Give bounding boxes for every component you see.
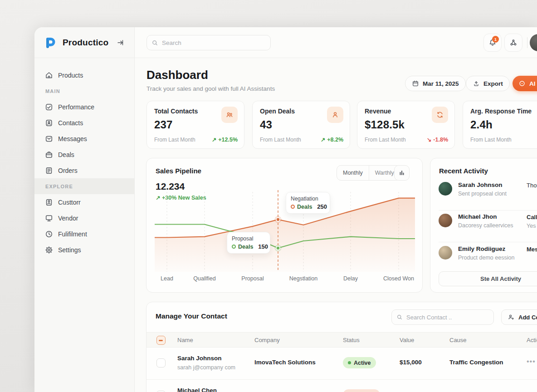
chart-type-button[interactable] [394, 165, 410, 181]
more-actions-icon[interactable]: ••• [527, 390, 536, 392]
deals-icon [45, 151, 53, 159]
activity-item[interactable]: Emily Rodiiguez Product demo eession Mes… [439, 245, 537, 269]
search-icon [396, 314, 403, 320]
more-actions-icon[interactable]: ••• [527, 358, 536, 366]
users-icon [225, 111, 234, 119]
bar-chart-icon [398, 169, 406, 177]
stat-delta: ↘-1.8% [427, 136, 448, 143]
svg-text:Lead: Lead [161, 275, 173, 282]
series-dot-icon [232, 245, 236, 249]
avatar [439, 214, 452, 227]
performance-icon [45, 103, 53, 111]
brand-name: Productico [63, 38, 114, 48]
export-button[interactable]: Export [466, 76, 510, 91]
integrations-button[interactable] [504, 34, 522, 52]
manage-contacts-card: Manage Your Contact Add Contact Name Com… [146, 302, 537, 392]
chart-tooltip-negotiation: Negatlation Deals 250 [286, 192, 330, 214]
sidebar-item-products[interactable]: Products [34, 67, 134, 83]
page-title: Dashboard [146, 68, 208, 82]
sidebar-item-orders[interactable]: Orders [34, 162, 134, 178]
divider [439, 242, 537, 242]
add-contact-button[interactable]: Add Contact [501, 309, 537, 325]
orders-icon [45, 167, 53, 175]
upload-icon [473, 80, 480, 87]
status-badge: Inactive [343, 389, 380, 392]
contact-search-input[interactable] [406, 314, 489, 321]
sales-pipeline-card: Sales Pipeline Monthly Warthly 12.234 ↗ … [146, 158, 423, 293]
pipeline-title: Sales Pipeline [156, 167, 201, 175]
trend-up-icon: ↗ [321, 136, 325, 143]
stat-delta: ↗+12.5% [212, 136, 238, 143]
sidebar-item-deals[interactable]: Deals [34, 147, 134, 162]
toggle-monthly[interactable]: Monthly [337, 166, 369, 180]
user-avatar[interactable] [530, 34, 537, 51]
sidebar-item-label: Fulifilment [58, 230, 87, 238]
avatar [439, 246, 452, 260]
network-icon [509, 39, 517, 47]
fulfilment-icon [45, 230, 53, 238]
collapse-arrow-icon [116, 39, 124, 47]
contact-search[interactable] [391, 309, 494, 325]
sidebar-item-label: Custtorr [58, 199, 81, 206]
sidebar-item-label: Performance [58, 103, 94, 111]
trend-up-icon: ↗ [212, 136, 216, 143]
calendar-icon [412, 80, 419, 87]
notifications-button[interactable]: 1 [483, 34, 502, 52]
sidebar-collapse-button[interactable] [114, 37, 126, 49]
home-icon [45, 71, 53, 79]
sidebar-item-messages[interactable]: Messages [34, 131, 134, 147]
date-label: Mar 11, 2025 [423, 80, 459, 87]
trend-down-icon: ↘ [427, 136, 431, 143]
sidebar-item-settings[interactable]: Settings [34, 242, 134, 258]
chart-tooltip-proposal: Proposal Deals 150 [227, 232, 270, 254]
status-dot-icon [348, 361, 351, 364]
sidebar-logo-row: Productico [34, 27, 134, 58]
row-checkbox[interactable] [156, 358, 166, 368]
search-icon [151, 39, 158, 46]
sales-pipeline-chart: LeadQuallfiedProposalNegstlationDelayClo… [155, 190, 415, 283]
sidebar-item-label: Settings [58, 246, 81, 254]
sidebar-item-fulfilment[interactable]: Fulifilment [34, 226, 134, 242]
notification-badge: 1 [492, 36, 499, 43]
sidebar-item-performance[interactable]: Performance [34, 99, 134, 115]
search-input[interactable] [162, 39, 266, 46]
customer-icon [45, 198, 53, 206]
sidebar-item-contacts[interactable]: Contacts [34, 115, 134, 131]
recent-activity-title: Recent Activity [439, 167, 488, 175]
see-all-activity-button[interactable]: Ste All Activity [439, 271, 537, 286]
stat-card-response-time: Arg. Response Time 2.4h From Last Month … [463, 101, 537, 149]
sidebar-item-label: Deals [58, 151, 74, 158]
activity-item[interactable]: Sarah Johnson Sent propseal clont Thou [439, 181, 537, 205]
ai-label: AI S [529, 80, 537, 87]
avatar [439, 182, 452, 196]
stat-card-revenue: Revenue $128.5k From Last Month ↘-1.8% [357, 101, 455, 149]
stat-caption: From Last Month [470, 137, 512, 143]
stat-caption: From Last Month [260, 137, 301, 143]
table-row[interactable]: Sarah Johnson sarah j@company com ImovaT… [146, 348, 537, 379]
vendor-icon [45, 214, 53, 222]
svg-text:Delay: Delay [343, 275, 358, 282]
messages-icon [45, 135, 53, 143]
svg-text:Quallfied: Quallfied [193, 275, 215, 282]
global-search[interactable] [146, 35, 271, 50]
stat-caption: From Last Month [154, 137, 195, 143]
app-window: Productico Products MAIN Performance Con… [34, 27, 537, 392]
status-badge: Active [343, 357, 376, 368]
ai-assistant-button[interactable]: AI S [513, 76, 537, 91]
dashboard-page: Dashboard Track your sales and gool with… [135, 58, 537, 392]
export-label: Export [483, 80, 503, 87]
sidebar-item-customer[interactable]: Custtorr [34, 194, 134, 210]
sidebar-nav: Products MAIN Performance Contacts Messa… [34, 58, 134, 258]
stat-card-open-deals: Open Deals 43 From Last Month ↗+8.2% [252, 101, 350, 149]
topbar-divider [527, 37, 527, 48]
activity-item[interactable]: Michael Jhon Dacoresy calleervices Call … [439, 213, 537, 236]
stat-card-total-contacts: Total Contacts 237 From Last Month ↗+12.… [146, 101, 244, 149]
svg-text:Proposal: Proposal [241, 275, 264, 282]
stat-delta: ↗+8.2% [321, 136, 343, 143]
date-picker-button[interactable]: Mar 11, 2025 [405, 76, 466, 91]
select-all-checkbox[interactable] [156, 336, 166, 345]
table-row[interactable]: Michael Chen BlueOcean Logistics Inactiv… [146, 379, 537, 392]
sidebar-item-vendor[interactable]: Vendor [34, 210, 134, 226]
stat-value: 2.4h [470, 118, 537, 131]
page-subtitle: Track your sales and gool with full AI A… [146, 85, 275, 92]
